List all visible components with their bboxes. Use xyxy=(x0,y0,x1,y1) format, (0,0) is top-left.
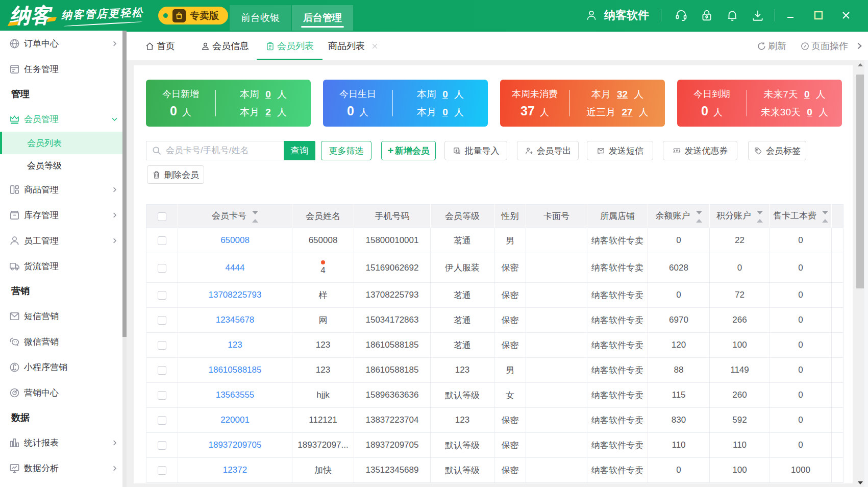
cell-name: 123 xyxy=(292,358,354,383)
sidebar-item[interactable]: 统计报表 xyxy=(0,430,122,455)
row-checkbox[interactable] xyxy=(158,236,166,245)
member-export-button[interactable]: 会员导出 xyxy=(517,141,579,160)
sort-icon[interactable] xyxy=(757,211,763,223)
sort-desc-arrow-icon[interactable] xyxy=(696,211,702,214)
send-sms-button[interactable]: 发送短信 xyxy=(587,141,653,160)
sidebar-item[interactable]: 商品管理 xyxy=(0,177,122,202)
sort-asc-arrow-icon[interactable] xyxy=(822,219,828,223)
bell-icon[interactable] xyxy=(726,9,739,22)
scroll-down-button[interactable] xyxy=(856,478,864,487)
stat-card-detail-number[interactable]: 0 xyxy=(442,107,448,117)
sort-asc-arrow-icon[interactable] xyxy=(696,219,702,223)
batch-import-button[interactable]: 批量导入 xyxy=(444,141,507,160)
member-cardno-link[interactable]: 18610588185 xyxy=(208,365,261,375)
search-input[interactable] xyxy=(166,145,279,156)
stat-card-detail-number[interactable]: 0 xyxy=(442,89,448,100)
scroll-up-button[interactable] xyxy=(856,60,864,69)
sort-desc-arrow-icon[interactable] xyxy=(252,211,258,214)
sidebar-item[interactable]: 短信营销 xyxy=(0,303,122,329)
query-button[interactable]: 查询 xyxy=(284,141,315,160)
sort-asc-arrow-icon[interactable] xyxy=(757,219,763,223)
sidebar-item[interactable]: 员工管理 xyxy=(0,228,122,253)
delete-member-button[interactable]: 删除会员 xyxy=(147,165,204,184)
header-tab-1[interactable]: 后台管理 xyxy=(292,5,353,31)
account-menu[interactable]: 纳客软件 xyxy=(585,8,649,23)
column-header-points[interactable]: 积分账户 xyxy=(710,205,770,228)
row-checkbox[interactable] xyxy=(158,291,166,300)
close-icon[interactable] xyxy=(371,42,379,50)
sidebar-scrollbar[interactable] xyxy=(122,31,127,487)
stat-card-detail-number[interactable]: 2 xyxy=(265,107,271,117)
sort-icon[interactable] xyxy=(696,211,702,223)
add-member-button[interactable]: + 新增会员 xyxy=(381,141,436,160)
row-checkbox[interactable] xyxy=(158,341,166,350)
header-tab-0[interactable]: 前台收银 xyxy=(230,5,291,31)
row-checkbox[interactable] xyxy=(158,366,166,375)
sidebar-item[interactable]: 营销中心 xyxy=(0,380,122,405)
row-checkbox[interactable] xyxy=(158,391,166,400)
refresh-label: 刷新 xyxy=(768,40,786,52)
member-cardno-link[interactable]: 13708225793 xyxy=(208,290,261,300)
member-cardno-link[interactable]: 12345678 xyxy=(216,315,255,325)
page-operations-button[interactable]: 页面操作 xyxy=(800,40,848,52)
sidebar-subitem[interactable]: 会员等级 xyxy=(0,154,122,177)
refresh-button[interactable]: 刷新 xyxy=(757,40,786,52)
sidebar-item[interactable]: 微信营销 xyxy=(0,329,122,354)
minimize-button[interactable] xyxy=(782,7,800,24)
sort-icon[interactable] xyxy=(822,211,828,223)
download-icon[interactable] xyxy=(751,9,764,22)
row-checkbox[interactable] xyxy=(158,466,166,475)
close-button[interactable] xyxy=(837,7,855,24)
sort-desc-arrow-icon[interactable] xyxy=(757,211,763,214)
sidebar-item[interactable]: 任务管理 xyxy=(0,56,122,82)
stat-card-detail-number[interactable]: 0 xyxy=(807,107,812,117)
sort-icon[interactable] xyxy=(252,211,258,223)
page-tab-1[interactable]: 会员信息 xyxy=(201,32,249,60)
cell-name: 4 xyxy=(292,253,354,283)
sort-desc-arrow-icon[interactable] xyxy=(822,211,828,214)
member-cardno-link[interactable]: 123 xyxy=(228,340,242,350)
member-cardno-link[interactable]: 12372 xyxy=(223,465,247,475)
column-header-cardno[interactable]: 会员卡号 xyxy=(178,205,292,228)
row-checkbox[interactable] xyxy=(158,316,166,325)
column-header-cardfee[interactable]: 售卡工本费 xyxy=(770,205,832,228)
sidebar-item[interactable]: 数据分析 xyxy=(0,455,122,481)
sidebar-item[interactable]: 会员管理 xyxy=(0,106,122,132)
stat-card-detail-number[interactable]: 27 xyxy=(622,107,632,117)
row-checkbox[interactable] xyxy=(158,416,166,425)
page-tab-0[interactable]: 首页 xyxy=(145,32,175,60)
page-tab-2[interactable]: 会员列表 xyxy=(265,32,314,60)
sidebar-subitem[interactable]: 会员列表 xyxy=(0,132,122,154)
cell-phone: 13708225793 xyxy=(354,283,431,308)
support-headset-icon[interactable] xyxy=(675,9,688,22)
row-checkbox[interactable] xyxy=(158,264,166,273)
maximize-button[interactable] xyxy=(810,7,827,24)
member-cardno-link[interactable]: 4444 xyxy=(226,263,245,273)
chevron-right-icon[interactable] xyxy=(855,42,863,50)
page-tab-3[interactable]: 商品列表 xyxy=(328,32,379,60)
sidebar-item[interactable]: 小程序营销 xyxy=(0,354,122,380)
sort-asc-arrow-icon[interactable] xyxy=(252,219,258,223)
stat-card-detail-number[interactable]: 32 xyxy=(617,89,628,100)
lock-icon[interactable] xyxy=(700,9,713,22)
stat-card-detail-number[interactable]: 0 xyxy=(804,89,810,100)
stat-card-detail-number[interactable]: 0 xyxy=(265,89,271,100)
row-checkbox[interactable] xyxy=(158,441,166,450)
sidebar-item[interactable]: 订单中心 xyxy=(0,31,122,56)
sidebar-scrollbar-thumb[interactable] xyxy=(122,31,127,337)
send-coupon-button[interactable]: 发送优惠券 xyxy=(663,141,737,160)
member-tag-button[interactable]: 会员标签 xyxy=(748,141,806,160)
column-header-balance[interactable]: 余额账户 xyxy=(648,205,710,228)
select-all-checkbox[interactable] xyxy=(158,212,166,221)
more-filter-button[interactable]: 更多筛选 xyxy=(321,141,371,160)
sidebar-section-label: 营销 xyxy=(0,279,122,303)
member-cardno-link[interactable]: 18937209705 xyxy=(208,440,261,450)
cell-phone: 15800010001 xyxy=(354,228,431,253)
main-scrollbar-thumb[interactable] xyxy=(856,75,864,288)
main-scrollbar[interactable] xyxy=(856,60,864,487)
sidebar-item[interactable]: 库存管理 xyxy=(0,202,122,228)
sidebar-item[interactable]: 货流管理 xyxy=(0,253,122,279)
member-cardno-link[interactable]: 650008 xyxy=(220,235,250,245)
member-cardno-link[interactable]: 13563555 xyxy=(216,390,255,400)
member-cardno-link[interactable]: 220001 xyxy=(220,415,250,425)
